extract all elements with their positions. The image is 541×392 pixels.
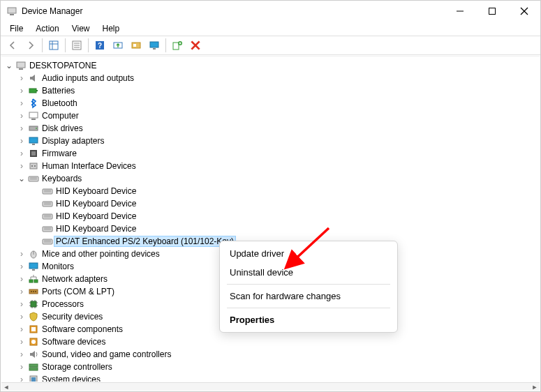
tree-category[interactable]: Keyboards [1, 172, 540, 185]
expand-toggle[interactable] [17, 86, 27, 96]
expand-toggle[interactable] [17, 312, 27, 322]
expand-toggle[interactable] [17, 299, 27, 309]
menu-view[interactable]: View [67, 22, 95, 35]
firmware-icon [28, 148, 39, 159]
svg-point-81 [31, 340, 36, 344]
tree-item-label: Disk drives [42, 123, 83, 133]
forward-button[interactable] [22, 37, 39, 54]
expand-toggle[interactable] [17, 149, 27, 158]
help-button[interactable]: ? [91, 37, 108, 54]
tree-category[interactable]: Sound, video and game controllers [1, 348, 540, 361]
svg-rect-85 [31, 377, 36, 382]
tree-category[interactable]: Display adapters [1, 135, 540, 147]
uninstall-device-button[interactable] [187, 37, 204, 54]
svg-text:?: ? [98, 42, 102, 50]
expand-toggle[interactable] [17, 98, 27, 108]
tree-item-label: Security devices [42, 312, 103, 322]
svg-rect-83 [29, 368, 38, 370]
svg-rect-61 [29, 263, 38, 269]
window-title: Device Manager [22, 6, 82, 16]
svg-rect-38 [30, 163, 37, 169]
horizontal-scrollbar[interactable]: ◄ ► [1, 382, 540, 391]
tree-item-label: System devices [42, 375, 101, 382]
app-icon [6, 6, 17, 17]
context-menu-item[interactable]: Update driver [220, 244, 397, 263]
svg-point-66 [31, 291, 32, 292]
tree-category[interactable]: Audio inputs and outputs [1, 72, 540, 84]
expand-toggle[interactable] [17, 161, 27, 171]
system-icon [28, 374, 39, 382]
expand-toggle[interactable] [17, 324, 27, 334]
tree-item-label: HID Keyboard Device [56, 186, 136, 196]
menu-file[interactable]: File [5, 22, 28, 35]
scroll-right-icon[interactable]: ► [530, 384, 540, 391]
expand-toggle[interactable] [17, 349, 27, 359]
minimize-button[interactable] [444, 1, 476, 22]
add-driver-button[interactable] [169, 37, 186, 54]
expand-toggle[interactable] [17, 136, 27, 146]
collapse-toggle[interactable] [4, 61, 14, 70]
tree-item-label: Human Interface Devices [42, 161, 136, 171]
battery-icon [28, 85, 39, 96]
expand-toggle[interactable] [17, 249, 27, 259]
properties-button[interactable] [68, 37, 85, 54]
tree-item-label: Batteries [42, 86, 75, 96]
back-button[interactable] [4, 37, 21, 54]
tree-item-label: HID Keyboard Device [56, 199, 136, 209]
tree-category[interactable]: Computer [1, 110, 540, 122]
tree-device[interactable]: HID Keyboard Device [1, 197, 540, 210]
toolbar-separator [42, 38, 43, 52]
tree-item-label: HID Keyboard Device [56, 211, 136, 221]
maximize-button[interactable] [476, 1, 508, 22]
tree-item-label: Audio inputs and outputs [42, 73, 134, 83]
expand-toggle[interactable] [17, 362, 27, 372]
expand-toggle[interactable] [17, 262, 27, 271]
keyboard-icon [42, 223, 53, 234]
context-menu-item[interactable]: Properties [220, 310, 397, 329]
tree-item-label: Software components [42, 324, 123, 334]
expand-toggle[interactable] [17, 73, 27, 83]
tree-category[interactable]: Disk drives [1, 122, 540, 135]
tree-category[interactable]: System devices [1, 373, 540, 382]
toolbar-separator [165, 38, 166, 52]
tree-category[interactable]: Batteries [1, 84, 540, 97]
bluetooth-icon [28, 98, 39, 109]
context-menu-item[interactable]: Scan for hardware changes [220, 287, 397, 306]
expand-toggle[interactable] [17, 287, 27, 296]
title-bar: Device Manager [1, 1, 540, 22]
tree-root[interactable]: DESKTOPATONE [1, 59, 540, 72]
update-driver-button[interactable] [110, 37, 126, 54]
tree-category[interactable]: Firmware [1, 147, 540, 160]
expand-toggle[interactable] [17, 274, 27, 284]
scan-hardware-button[interactable] [128, 37, 144, 54]
svg-rect-63 [29, 280, 33, 282]
tree-item-label: Mice and other pointing devices [42, 249, 160, 259]
tree-device[interactable]: HID Keyboard Device [1, 185, 540, 197]
context-menu-item[interactable]: Uninstall device [220, 263, 397, 282]
tree-category[interactable]: Human Interface Devices [1, 160, 540, 172]
expand-toggle[interactable] [17, 375, 27, 382]
monitor-icon [28, 261, 39, 272]
show-hide-tree-button[interactable] [45, 37, 62, 54]
expand-toggle[interactable] [17, 123, 27, 133]
context-menu-separator [227, 308, 390, 308]
menu-action[interactable]: Action [31, 22, 64, 35]
tree-item-label: Firmware [42, 149, 77, 158]
svg-rect-0 [8, 8, 16, 13]
tree-device[interactable]: HID Keyboard Device [1, 223, 540, 235]
svg-rect-28 [29, 89, 36, 93]
tree-device[interactable]: HID Keyboard Device [1, 210, 540, 223]
svg-rect-64 [34, 280, 38, 282]
collapse-toggle[interactable] [17, 174, 27, 183]
close-button[interactable] [508, 1, 540, 22]
menu-help[interactable]: Help [98, 22, 125, 35]
tree-item-label: Bluetooth [42, 98, 77, 108]
expand-toggle[interactable] [17, 337, 27, 347]
tree-category[interactable]: Bluetooth [1, 97, 540, 110]
scroll-left-icon[interactable]: ◄ [1, 384, 11, 391]
svg-rect-79 [31, 327, 36, 331]
expand-toggle[interactable] [17, 111, 27, 121]
tree-category[interactable]: Storage controllers [1, 361, 540, 373]
tree-category[interactable]: Software devices [1, 336, 540, 348]
monitor-button[interactable] [146, 37, 163, 54]
